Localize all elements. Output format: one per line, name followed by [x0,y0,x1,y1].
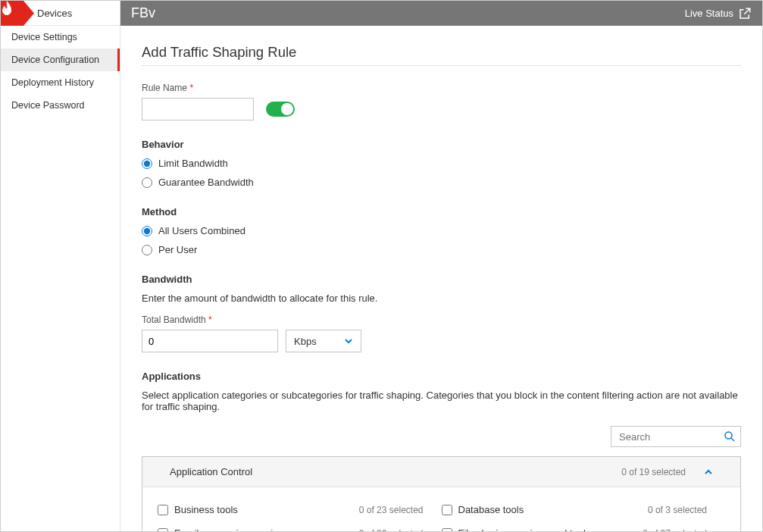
search-input[interactable] [611,426,741,447]
chevron-down-icon [344,336,353,346]
category-checkbox[interactable] [158,505,168,515]
category-checkbox[interactable] [158,528,168,532]
toggle-knob [281,103,293,115]
bandwidth-title: Bandwidth [142,274,741,285]
sidebar-item-device-configuration[interactable]: Device Configuration [1,49,120,71]
panel-title: Application Control [170,466,252,477]
brand-logo [1,1,31,26]
main: FBv Live Status Add Traffic Shaping Rule… [120,1,762,531]
behavior-guarantee-label: Guarantee Bandwidth [158,177,254,188]
behavior-guarantee-radio[interactable] [142,177,152,188]
category-label: File sharing services and tools [458,527,591,531]
bandwidth-unit-select[interactable]: Kbps [286,330,361,352]
panel-header[interactable]: Application Control 0 of 19 selected [142,457,740,487]
sidebar-item-device-settings[interactable]: Device Settings [1,26,120,49]
bandwidth-unit-value: Kbps [294,336,317,347]
chevron-up-icon [704,468,713,477]
rule-name-input[interactable] [142,98,254,120]
applications-help: Select application categories or subcate… [142,390,741,412]
sidebar-item-deployment-history[interactable]: Deployment History [1,71,120,94]
application-control-panel: Application Control 0 of 19 selected Bus… [142,456,741,531]
method-per-label: Per User [158,244,197,255]
category-row: Database tools 0 of 3 selected [442,498,726,521]
external-link-icon [738,7,752,20]
category-row: Business tools 0 of 23 selected [158,498,442,521]
category-label: Business tools [174,504,238,515]
page-title: Add Traffic Shaping Rule [142,44,741,66]
topbar: FBv Live Status [120,1,762,26]
category-row: Email messaging services 0 of 26 selecte… [158,521,442,531]
category-count: 0 of 37 selected [643,528,725,532]
live-status-label: Live Status [685,8,733,19]
search-box [611,426,741,447]
category-checkbox-file-sharing[interactable]: File sharing services and tools [442,527,591,531]
category-checkbox-business-tools[interactable]: Business tools [158,504,238,515]
behavior-limit-radio[interactable] [142,158,152,169]
category-checkbox-database-tools[interactable]: Database tools [442,504,524,515]
sidebar-title: Devices [31,8,72,19]
svg-point-0 [725,432,732,439]
rule-name-label: Rule Name * [142,83,741,93]
category-label: Database tools [458,504,524,515]
flame-icon [1,1,13,16]
total-bandwidth-input[interactable] [142,330,278,352]
rule-enabled-toggle[interactable] [266,102,295,117]
required-indicator: * [208,315,212,325]
topbar-title: FBv [131,5,685,21]
sidebar: Devices Device Settings Device Configura… [1,1,120,531]
category-count: 0 of 3 selected [648,505,725,515]
method-all-label: All Users Combined [158,225,245,236]
category-row: File sharing services and tools 0 of 37 … [442,521,726,531]
category-count: 0 of 26 selected [359,528,442,532]
search-icon [723,430,736,443]
category-count: 0 of 23 selected [359,505,442,515]
content: Add Traffic Shaping Rule Rule Name * Beh… [120,26,762,531]
bandwidth-help: Enter the amount of bandwidth to allocat… [142,293,741,304]
total-bandwidth-label: Total Bandwidth * [142,315,741,325]
live-status-button[interactable]: Live Status [685,7,752,20]
required-indicator: * [189,83,193,93]
method-per-radio[interactable] [142,245,152,255]
method-all-radio[interactable] [142,226,152,236]
sidebar-header: Devices [1,1,120,26]
method-title: Method [142,206,741,217]
category-checkbox-email-messaging[interactable]: Email messaging services [158,527,288,531]
applications-title: Applications [142,371,741,382]
behavior-title: Behavior [142,139,741,150]
behavior-limit-label: Limit Bandwidth [158,158,228,169]
panel-count: 0 of 19 selected [621,467,686,477]
category-checkbox[interactable] [442,505,452,515]
category-checkbox[interactable] [442,528,452,532]
sidebar-item-device-password[interactable]: Device Password [1,94,120,117]
category-label: Email messaging services [174,527,288,531]
